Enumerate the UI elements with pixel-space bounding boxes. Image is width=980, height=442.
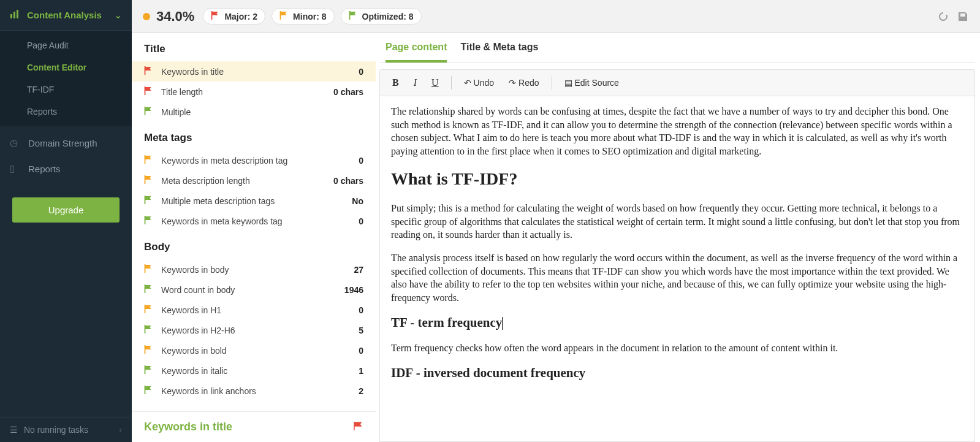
check-value: 0 [359,67,363,77]
document-icon: ▯ [10,163,21,174]
flag-icon [144,386,154,396]
sidebar-footer[interactable]: ☰ No running tasks ‹ [0,417,132,442]
undo-icon: ↶ [464,78,471,88]
sidebar-section-header[interactable]: Content Analysis ⌄ [0,0,132,31]
score-value: 34.0% [156,9,194,25]
redo-button[interactable]: ↷ Redo [503,74,545,91]
check-value: 1946 [344,285,363,295]
check-row[interactable]: Keywords in H10 [132,300,376,320]
gauge-icon: ◷ [10,137,21,148]
heading-3[interactable]: IDF - inversed document frequency [391,364,963,381]
check-row[interactable]: Keywords in H2-H65 [132,320,376,340]
heading-3[interactable]: TF - term frequency [391,314,963,331]
detail-title: Keywords in title [144,421,354,433]
flag-icon [144,155,154,166]
nav-item[interactable]: TF-IDF [0,78,132,101]
flag-icon [144,284,154,295]
sidebar: Content Analysis ⌄ Page AuditContent Edi… [0,0,132,442]
editor-body[interactable]: The relationship shared by words can be … [379,96,975,442]
source-icon: ▤ [564,78,572,88]
editor-tab[interactable]: Page content [386,42,447,63]
check-label: Keywords in bold [161,346,359,356]
paragraph[interactable]: The analysis process itself is based on … [391,251,963,304]
check-value: 5 [359,326,363,335]
toolbar-divider [451,76,452,90]
flag-icon [144,175,154,186]
save-icon[interactable] [957,10,969,23]
flag-icon [144,345,154,356]
refresh-icon[interactable] [937,10,949,23]
nav-list: Page AuditContent EditorTF-IDFReports [0,31,132,126]
edit-source-button[interactable]: ▤ Edit Source [558,74,625,91]
check-row[interactable]: Keywords in bold0 [132,340,376,360]
topbar: 34.0% Major: 2Minor: 8Optimized: 8 [132,0,980,33]
bold-button[interactable]: B [386,74,405,92]
status-pill[interactable]: Major: 2 [203,8,265,25]
check-row[interactable]: Keywords in meta description tag0 [132,150,376,170]
check-label: Keywords in meta description tag [161,156,359,166]
check-label: Multiple tags</span><span class="value" … [161,107,363,117]
analysis-detail-header: Keywords in title [132,411,376,442]
toolbar-divider [552,76,552,90]
editor-tabs: Page contentTitle & Meta tags [379,33,975,63]
check-label: Keywords in meta keywords tag [161,216,359,226]
paragraph[interactable]: The relationship shared by words can be … [391,105,963,158]
check-row[interactable]: Keywords in title0 [132,61,376,82]
check-row[interactable]: Keywords in link anchors2 [132,381,376,401]
check-label: Keywords in link anchors [161,386,359,396]
status-pill[interactable]: Optimized: 8 [341,8,422,25]
nav-item[interactable]: Page Audit [0,34,132,56]
check-row[interactable]: Title length0 chars [132,82,376,102]
footer-label: No running tasks [24,425,88,435]
check-row[interactable]: Meta description length0 chars [132,170,376,191]
flag-icon [144,66,154,77]
editor-panel: Page contentTitle & Meta tags B I U ↶ Un… [379,33,980,442]
check-value: 1 [359,366,363,376]
heading-2[interactable]: What is TF-IDF? [391,167,963,191]
editor-tab[interactable]: Title & Meta tags [460,42,538,63]
check-row[interactable]: Keywords in meta keywords tag0 [132,211,376,231]
section-header: Meta tags [132,122,376,150]
flag-icon [144,196,154,206]
redo-icon: ↷ [509,78,516,88]
check-label: Multiple meta description tags [161,196,352,206]
section-header: Title [132,33,376,61]
check-label: Meta description length [161,176,333,186]
nav-item[interactable]: Content Editor [0,56,132,78]
chevron-down-icon: ⌄ [114,9,122,21]
analysis-list[interactable]: TitleKeywords in title0Title length0 cha… [132,33,376,411]
check-label: Title length [161,87,333,97]
check-row[interactable]: Keywords in body27 [132,259,376,280]
paragraph[interactable]: Term frequency checks how often the word… [391,341,963,355]
check-row[interactable]: Keywords in italic1 [132,360,376,381]
check-value: No [352,196,363,206]
nav-item[interactable]: Reports [0,101,132,123]
tasks-icon: ☰ [10,425,18,435]
paragraph[interactable]: Put simply; this is a method for calcula… [391,202,963,242]
underline-button[interactable]: U [425,74,445,92]
flag-icon [144,216,154,226]
upgrade-button[interactable]: Upgrade [12,197,120,223]
check-row[interactable]: Word count in body1946 [132,280,376,300]
nav-secondary-item[interactable]: ▯Reports [0,156,132,181]
italic-button[interactable]: I [408,74,423,92]
nav-secondary-item[interactable]: ◷Domain Strength [0,130,132,156]
check-value: 0 [359,346,363,356]
flag-icon [144,365,154,376]
check-row[interactable]: Multiple meta description tagsNo [132,191,376,211]
check-value: 0 [359,156,363,166]
analysis-panel: TitleKeywords in title0Title length0 cha… [132,33,376,442]
check-value: 2 [359,386,363,396]
check-row[interactable]: Multiple tags</span><span class="value" … [132,102,376,122]
flag-icon [279,11,289,21]
check-label: Keywords in title [161,67,359,77]
flag-icon [349,11,359,21]
sidebar-title: Content Analysis [27,10,114,20]
editor-toolbar: B I U ↶ Undo ↷ Redo ▤ Edit Source [379,69,975,96]
status-pill[interactable]: Minor: 8 [272,8,334,25]
undo-button[interactable]: ↶ Undo [458,74,500,91]
check-label: Keywords in H2-H6 [161,326,359,335]
nav-secondary: ◷Domain Strength▯Reports [0,126,132,185]
status-dot [143,13,150,20]
flag-icon [211,11,221,21]
